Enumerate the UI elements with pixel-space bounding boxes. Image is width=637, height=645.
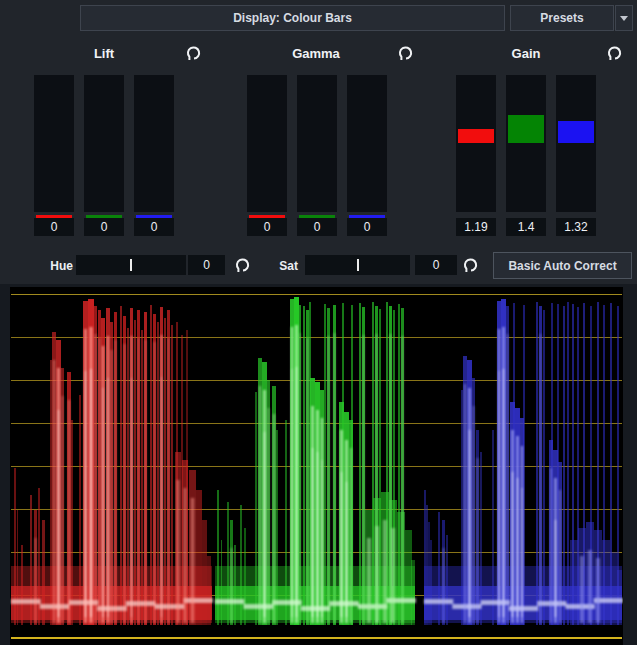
gain-reset-icon[interactable] xyxy=(605,45,622,62)
gain-red-value[interactable]: 1.19 xyxy=(456,218,496,236)
waveform-pane xyxy=(0,284,637,645)
colour-correction-panel: Display: Colour Bars Presets Lift Gamma … xyxy=(0,0,637,645)
lift-blue-slider[interactable] xyxy=(134,75,174,212)
sat-reset-icon[interactable] xyxy=(461,257,478,274)
rgb-parade-waveform xyxy=(10,287,623,645)
gain-green-value[interactable]: 1.4 xyxy=(506,218,546,236)
gamma-blue-value[interactable]: 0 xyxy=(347,218,387,236)
gamma-red-value[interactable]: 0 xyxy=(247,218,287,236)
lift-reset-icon[interactable] xyxy=(184,45,201,62)
gamma-reset-icon[interactable] xyxy=(396,45,413,62)
lift-green-slider[interactable] xyxy=(84,75,124,212)
lift-title: Lift xyxy=(64,46,144,61)
sat-label: Sat xyxy=(270,259,298,273)
gamma-blue-slider[interactable] xyxy=(347,75,387,212)
lift-red-value[interactable]: 0 xyxy=(34,218,74,236)
gain-blue-slider[interactable] xyxy=(556,75,596,212)
gain-red-handle[interactable] xyxy=(458,129,494,143)
basic-auto-correct-button[interactable]: Basic Auto Correct xyxy=(493,252,632,279)
gain-red-slider[interactable] xyxy=(456,75,496,212)
display-mode-button[interactable]: Display: Colour Bars xyxy=(80,5,505,31)
lift-blue-value[interactable]: 0 xyxy=(134,218,174,236)
gamma-green-slider[interactable] xyxy=(297,75,337,212)
hue-slider[interactable] xyxy=(76,255,186,275)
sat-value[interactable]: 0 xyxy=(415,255,457,275)
gain-blue-value[interactable]: 1.32 xyxy=(556,218,596,236)
sat-slider-cursor[interactable] xyxy=(357,259,359,271)
gain-green-handle[interactable] xyxy=(508,115,544,143)
presets-dropdown-button[interactable] xyxy=(615,5,633,31)
gain-title: Gain xyxy=(486,46,566,61)
gamma-green-value[interactable]: 0 xyxy=(297,218,337,236)
chevron-down-icon xyxy=(620,16,628,21)
gamma-red-slider[interactable] xyxy=(247,75,287,212)
hue-label: Hue xyxy=(40,259,73,273)
hue-slider-cursor[interactable] xyxy=(130,259,132,271)
gain-green-slider[interactable] xyxy=(506,75,546,212)
hue-value[interactable]: 0 xyxy=(188,255,225,275)
lift-red-slider[interactable] xyxy=(34,75,74,212)
hue-reset-icon[interactable] xyxy=(233,257,250,274)
sat-slider[interactable] xyxy=(305,255,410,275)
gain-blue-handle[interactable] xyxy=(558,121,594,143)
presets-button[interactable]: Presets xyxy=(510,5,614,31)
gamma-title: Gamma xyxy=(276,46,356,61)
lift-green-value[interactable]: 0 xyxy=(84,218,124,236)
